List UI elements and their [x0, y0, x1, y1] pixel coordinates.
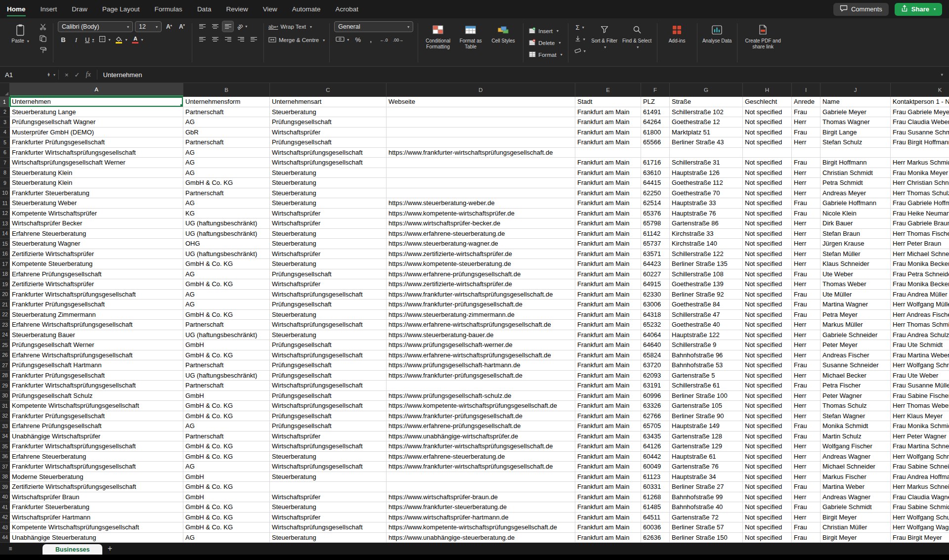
cell-I26[interactable]: Herr — [792, 350, 820, 361]
cell-I34[interactable]: Frau — [792, 431, 820, 442]
cell-B17[interactable]: GmbH & Co. KG — [183, 259, 270, 269]
cell-G35[interactable]: Gartenstraße 129 — [670, 441, 743, 452]
cell-C11[interactable]: Steuerberatung — [270, 198, 387, 209]
cell-D30[interactable]: https://www.prüfungsgesellschaft-schulz.… — [387, 391, 575, 401]
cell-H44[interactable]: Not specified — [743, 533, 792, 543]
cell-H6[interactable] — [743, 148, 792, 158]
cell-A43[interactable]: Kompetente Wirtschaftsprüfungsgesellscha… — [10, 522, 183, 533]
cell-G19[interactable]: Goethestraße 139 — [670, 279, 743, 290]
align-middle-button[interactable] — [210, 21, 220, 32]
cell-H43[interactable]: Not specified — [743, 522, 792, 533]
cell-A36[interactable]: Erfahrene Steuerberatung — [10, 452, 183, 462]
cell-I12[interactable]: Frau — [792, 209, 820, 219]
delete-cells-button[interactable]: Delete ▾ — [528, 38, 563, 47]
cell-J11[interactable]: Gabriele Hoffmann — [820, 198, 891, 209]
cell-D22[interactable]: https://www.steuerberatung-zimmermann.de — [387, 310, 575, 320]
cell-H5[interactable]: Not specified — [743, 137, 792, 148]
cell-J10[interactable]: Andreas Meyer — [820, 188, 891, 199]
cell-C44[interactable]: Steuerberatung — [270, 533, 387, 543]
cell-B23[interactable]: Partnerschaft — [183, 320, 270, 330]
cell-A1[interactable]: Unternehmen — [10, 97, 183, 107]
copy-button[interactable] — [38, 34, 48, 44]
cell-K28[interactable]: Frau Ute Weber — [891, 371, 949, 381]
cell-I38[interactable]: Herr — [792, 472, 820, 482]
text-orientation-button[interactable]: ab ▾ — [235, 21, 249, 32]
cell-J39[interactable]: Martina Weber — [820, 482, 891, 492]
cell-A3[interactable]: Prüfungsgesellschaft Wagner — [10, 117, 183, 128]
row-header-44[interactable]: 44 — [0, 533, 10, 543]
currency-format-button[interactable]: ▾ — [334, 35, 350, 45]
cell-K43[interactable]: Herr Wolfgang Wagner — [891, 522, 949, 533]
cell-C6[interactable]: Wirtschaftsprüfungsgesellschaft — [270, 148, 387, 158]
cell-K19[interactable]: Frau Monika Becker — [891, 279, 949, 290]
cell-F24[interactable]: 64064 — [641, 330, 670, 341]
cell-J32[interactable]: Stefan Wagner — [820, 411, 891, 422]
cell-C30[interactable]: Prüfungsgesellschaft — [270, 391, 387, 401]
row-header-10[interactable]: 10 — [0, 188, 10, 199]
cell-E4[interactable]: Frankfurt am Main — [575, 128, 641, 138]
row-header-42[interactable]: 42 — [0, 513, 10, 523]
cell-G31[interactable]: Gartenstraße 105 — [670, 401, 743, 411]
cell-F29[interactable]: 63191 — [641, 381, 670, 391]
cell-C18[interactable]: Prüfungsgesellschaft — [270, 269, 387, 280]
cell-E41[interactable]: Frankfurt am Main — [575, 502, 641, 513]
cell-G14[interactable]: Kirchstraße 33 — [670, 229, 743, 239]
cell-I5[interactable]: Herr — [792, 137, 820, 148]
row-header-25[interactable]: 25 — [0, 340, 10, 350]
cell-K4[interactable]: Frau Susanne Schmidt — [891, 128, 949, 138]
column-header-D[interactable]: D — [387, 83, 575, 96]
cell-I2[interactable]: Frau — [792, 107, 820, 118]
cell-B21[interactable]: AG — [183, 300, 270, 310]
formula-bar-expand-icon[interactable]: ▾ — [941, 72, 949, 77]
cell-E34[interactable]: Frankfurt am Main — [575, 431, 641, 442]
cell-C34[interactable]: Wirtschaftsprüfer — [270, 431, 387, 442]
cell-G5[interactable]: Berliner Straße 43 — [670, 137, 743, 148]
cell-B15[interactable]: OHG — [183, 239, 270, 249]
row-header-13[interactable]: 13 — [0, 218, 10, 229]
cell-H42[interactable]: Not specified — [743, 513, 792, 523]
cell-F18[interactable]: 60227 — [641, 269, 670, 280]
cell-E6[interactable] — [575, 148, 641, 158]
cell-B4[interactable]: GbR — [183, 128, 270, 138]
cell-D33[interactable]: https://www.erfahrene-prüfungsgesellscha… — [387, 421, 575, 431]
cell-K22[interactable]: Herr Andreas Fischer — [891, 310, 949, 320]
cell-J13[interactable]: Dirk Bauer — [820, 218, 891, 229]
cell-H40[interactable]: Not specified — [743, 492, 792, 503]
add-ins-button[interactable]: Add-ins — [662, 21, 692, 44]
cell-G2[interactable]: Schillerstraße 102 — [670, 107, 743, 118]
cell-E14[interactable]: Frankfurt am Main — [575, 229, 641, 239]
cell-A11[interactable]: Steuerberatung Weber — [10, 198, 183, 209]
cell-E44[interactable]: Frankfurt am Main — [575, 533, 641, 543]
cell-B44[interactable]: AG — [183, 533, 270, 543]
column-header-I[interactable]: I — [792, 83, 820, 96]
cell-B2[interactable]: Partnerschaft — [183, 107, 270, 118]
row-header-36[interactable]: 36 — [0, 452, 10, 462]
cancel-entry-button[interactable]: × — [65, 71, 69, 79]
row-header-22[interactable]: 22 — [0, 310, 10, 320]
cell-B26[interactable]: GmbH & Co. KG — [183, 350, 270, 361]
sort-filter-button[interactable]: Sort & Filter ▾ — [589, 21, 620, 50]
cell-H7[interactable]: Not specified — [743, 158, 792, 168]
cell-G18[interactable]: Schillerstraße 108 — [670, 269, 743, 280]
cell-D5[interactable] — [387, 137, 575, 148]
cell-F11[interactable]: 62514 — [641, 198, 670, 209]
cell-B40[interactable]: GmbH — [183, 492, 270, 503]
cell-F7[interactable]: 61716 — [641, 158, 670, 168]
cell-G29[interactable]: Schillerstraße 61 — [670, 381, 743, 391]
align-left-button[interactable] — [197, 34, 208, 44]
cell-E39[interactable]: Frankfurt am Main — [575, 482, 641, 492]
cell-K15[interactable]: Herr Peter Braun — [891, 239, 949, 249]
cell-J20[interactable]: Ute Müller — [820, 290, 891, 300]
format-as-table-button[interactable]: Format as Table — [455, 21, 486, 50]
cell-E16[interactable]: Frankfurt am Main — [575, 249, 641, 259]
cell-A29[interactable]: Frankfurter Wirtschaftsprüfungsgesellsch… — [10, 381, 183, 391]
cell-C33[interactable]: Prüfungsgesellschaft — [270, 421, 387, 431]
cell-A8[interactable]: Steuerberatung Klein — [10, 168, 183, 178]
column-header-G[interactable]: G — [670, 83, 743, 96]
cell-F34[interactable]: 63435 — [641, 431, 670, 442]
cell-E12[interactable]: Frankfurt am Main — [575, 209, 641, 219]
cell-E35[interactable]: Frankfurt am Main — [575, 441, 641, 452]
cell-F10[interactable]: 62250 — [641, 188, 670, 199]
cell-E17[interactable]: Frankfurt am Main — [575, 259, 641, 269]
cell-H37[interactable]: Not specified — [743, 462, 792, 472]
